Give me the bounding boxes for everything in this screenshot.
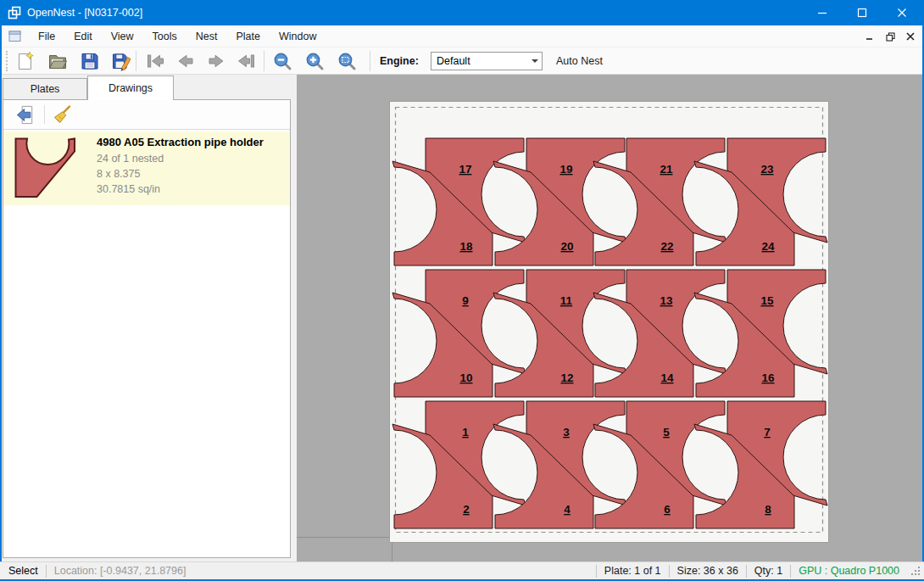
resize-grip[interactable] <box>910 566 921 579</box>
zoom-in-icon <box>304 51 325 71</box>
mdi-document-icon[interactable] <box>8 30 22 43</box>
broom-icon <box>52 104 73 126</box>
zoom-extents-icon <box>337 51 357 71</box>
part-number-label: 4 <box>564 503 571 516</box>
previous-plate-button[interactable] <box>174 49 198 73</box>
plate-axis-extension-horizontal <box>297 537 392 538</box>
new-file-icon <box>15 51 36 71</box>
status-plate: Plate: 1 of 1 <box>597 565 669 577</box>
part-thumbnail <box>14 137 84 201</box>
first-plate-button[interactable] <box>143 49 167 73</box>
zoom-in-button[interactable] <box>303 49 326 73</box>
mdi-minimize-button[interactable] <box>863 31 877 42</box>
part-area: 30.7815 sq/in <box>97 183 160 195</box>
plate[interactable]: 171921231820222491113151012141613572468 <box>389 101 829 543</box>
tab-drawings[interactable]: Drawings <box>87 75 174 100</box>
auto-nest-button[interactable]: Auto Nest <box>551 47 608 75</box>
part-dimensions: 8 x 8.375 <box>97 168 140 180</box>
menu-nest[interactable]: Nest <box>186 27 227 46</box>
part-number-label: 22 <box>660 240 673 253</box>
part-number-label: 16 <box>761 372 775 384</box>
minimize-button[interactable] <box>803 0 842 25</box>
status-qty: Qty: 1 <box>747 565 790 577</box>
part-number-label: 17 <box>459 163 471 176</box>
menu-file[interactable]: File <box>29 27 64 46</box>
part-number-label: 6 <box>664 503 671 516</box>
part-number-label: 14 <box>660 372 674 384</box>
return-to-drawing-button[interactable] <box>14 103 37 126</box>
zoom-out-button[interactable] <box>270 49 294 73</box>
toolbar-grip[interactable] <box>6 51 8 71</box>
zoom-out-icon <box>272 51 292 71</box>
menu-window[interactable]: Window <box>270 27 326 46</box>
drawings-toolbar <box>3 100 290 130</box>
menu-tools[interactable]: Tools <box>143 27 186 46</box>
open-button[interactable] <box>46 49 70 73</box>
first-arrow-icon <box>145 51 165 71</box>
engine-label: Engine: <box>380 47 419 75</box>
last-arrow-icon <box>237 51 257 71</box>
engine-value: Default <box>431 55 527 67</box>
drawing-list-item[interactable]: 4980 A05 Extraction pipe holder 24 of 1 … <box>3 131 290 205</box>
part-title: 4980 A05 Extraction pipe holder <box>97 136 264 148</box>
part-number-label: 15 <box>760 294 774 307</box>
menu-view[interactable]: View <box>102 27 143 46</box>
status-bar: Select Location: [-0.9437, 21.8796] Plat… <box>0 561 924 579</box>
maximize-icon <box>858 9 866 17</box>
status-mode: Select <box>0 565 46 577</box>
save-button[interactable] <box>78 49 102 73</box>
part-number-label: 21 <box>660 163 673 176</box>
part-number-label: 7 <box>764 426 771 439</box>
window-title: OpenNest - [N0317-002] <box>27 0 142 25</box>
open-folder-icon <box>47 51 68 71</box>
part-number-label: 12 <box>560 372 573 384</box>
last-plate-button[interactable] <box>235 49 259 73</box>
next-plate-button[interactable] <box>204 49 228 73</box>
menu-edit[interactable]: Edit <box>64 27 102 46</box>
part-number-label: 11 <box>560 294 573 307</box>
chevron-down-icon <box>532 59 538 63</box>
next-arrow-icon <box>206 51 226 71</box>
menu-plate[interactable]: Plate <box>226 27 270 46</box>
save-icon <box>80 51 100 71</box>
engine-dropdown-button[interactable] <box>527 53 542 70</box>
part-nested-count: 24 of 1 nested <box>97 153 164 165</box>
mdi-close-icon <box>907 33 914 40</box>
mdi-close-button[interactable] <box>904 31 917 42</box>
app-logo-icon <box>8 6 21 20</box>
status-size: Size: 36 x 36 <box>670 565 746 577</box>
status-gpu: GPU : Quadro P1000 <box>791 565 907 577</box>
save-edit-icon <box>111 51 131 71</box>
status-location: Location: [-0.9437, 21.8796] <box>47 565 194 577</box>
previous-arrow-icon <box>175 51 196 71</box>
nest-canvas[interactable]: 171921231820222491113151012141613572468 <box>297 75 922 561</box>
part-number-label: 3 <box>563 426 570 439</box>
close-icon <box>898 9 905 17</box>
engine-combobox[interactable]: Default <box>431 52 543 70</box>
save-edit-button[interactable] <box>109 49 133 73</box>
maximize-button[interactable] <box>842 0 882 25</box>
tab-plates[interactable]: Plates <box>3 78 87 100</box>
app-window: OpenNest - [N0317-002] File Edit View To… <box>0 0 924 581</box>
close-button[interactable] <box>882 0 921 25</box>
part-number-label: 1 <box>462 426 469 439</box>
nest-drawing[interactable]: 171921231820222491113151012141613572468 <box>390 102 828 542</box>
drawings-panel: 4980 A05 Extraction pipe holder 24 of 1 … <box>3 99 291 558</box>
zoom-extents-button[interactable] <box>335 49 359 73</box>
toolbar-separator <box>370 51 370 71</box>
toolbar-separator <box>44 105 45 124</box>
mdi-restore-icon <box>887 35 893 41</box>
toolbar-separator <box>264 51 264 71</box>
mdi-restore-button[interactable] <box>883 31 897 42</box>
new-button[interactable] <box>14 49 37 73</box>
part-number-label: 24 <box>761 240 775 253</box>
part-number-label: 10 <box>459 372 472 384</box>
part-number-label: 20 <box>560 240 573 253</box>
part-number-label: 18 <box>459 240 473 253</box>
sidebar: Plates Drawings <box>2 75 297 561</box>
part-number-label: 19 <box>559 163 572 176</box>
clear-button[interactable] <box>51 103 74 126</box>
main-toolbar: Engine: Default Auto Nest <box>2 47 922 75</box>
title-bar[interactable]: OpenNest - [N0317-002] <box>0 0 924 25</box>
part-number-label: 13 <box>660 294 673 307</box>
